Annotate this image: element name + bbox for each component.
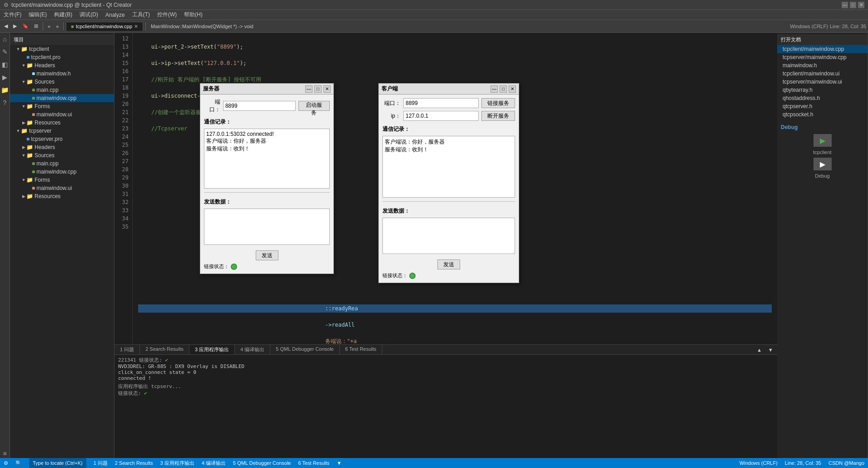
file-tab-close[interactable]: ✕ [134,24,138,30]
a4: ▼ [21,80,26,84]
toolbar-nav-forward[interactable]: » [54,23,61,30]
menu-file[interactable]: 文件(F) [0,10,25,20]
menu-debug[interactable]: 调试(D) [76,10,102,20]
left-icon-debug[interactable]: ▶ [1,73,8,82]
open-doc-4[interactable]: tcpclient/mainwindow.ui [777,70,868,78]
tree-tcpserver-mainwindow-ui[interactable]: ■ mainwindow.ui [10,184,114,192]
left-icon-proj[interactable]: 📁 [0,85,10,95]
open-doc-8[interactable]: qtcpserver.h [777,102,868,110]
tree-tcpclient-resources[interactable]: ▶ 📁 Resources [10,119,114,127]
open-doc-7-label: qhostaddress.h [783,95,820,101]
tree-tcpserver-forms-label: Forms [35,177,50,183]
status-app-out[interactable]: 3 应用程序输出 [160,460,194,467]
server-start-btn[interactable]: 启动服务 [298,101,330,111]
toolbar-sep2 [63,22,64,30]
debug-run-btn[interactable]: ▶ [813,134,832,147]
a9: ▶ [21,120,26,125]
status-watermark: CSDN @Mango [828,460,864,466]
status-search-text[interactable]: Type to locate (Ctrl+K) [29,458,86,468]
status-qml-debug[interactable]: 5 QML Debugger Console [233,460,291,466]
tree-tcpserver-sources[interactable]: ▼ 📁 Sources [10,151,114,159]
maximize-button[interactable]: □ [850,2,856,8]
client-send-btn[interactable]: 发送 [437,259,460,269]
tree-tcpserver[interactable]: ▼ 📁 tcpserver [10,127,114,135]
client-connect-btn[interactable]: 链接服务 [481,98,515,108]
toolbar-bookmark[interactable]: 🔖 [20,22,31,30]
menu-build[interactable]: 构建(B) [50,10,76,20]
client-port-input[interactable] [403,98,479,108]
close-button[interactable]: ✕ [858,2,864,8]
open-doc-2[interactable]: tcpserver/mainwindow.cpp [777,53,868,61]
menu-help[interactable]: 帮助(H) [180,10,206,20]
server-minimize[interactable]: — [305,85,312,93]
tree-tcpclient-pro[interactable]: ■ tcpclient.pro [10,53,114,61]
bottom-tab-compile[interactable]: 4 编译输出 [235,345,270,354]
bottom-tab-problems[interactable]: 1 问题 [114,345,140,354]
menu-edit[interactable]: 编辑(E) [25,10,50,20]
server-close[interactable]: ✕ [323,85,331,93]
tree-tcpclient-h-icon: ■ [32,70,35,77]
tree-tcpclient-sources[interactable]: ▼ 📁 Sources [10,78,114,86]
tree-tcpclient-forms[interactable]: ▼ 📁 Forms [10,102,114,110]
tree-tcpserver-pro[interactable]: ■ tcpserver.pro [10,135,114,143]
server-maximize[interactable]: □ [314,85,322,93]
open-doc-5[interactable]: tcpserver/mainwindow.ui [777,78,868,86]
left-icon-edit[interactable]: ✎ [1,47,9,56]
tree-tcpserver-headers[interactable]: ▶ 📁 Headers [10,143,114,151]
left-icon-help[interactable]: ? [2,98,8,107]
status-search-res[interactable]: 2 Search Results [115,460,153,466]
open-doc-1[interactable]: tcpclient/mainwindow.cpp [777,45,868,53]
client-close[interactable]: ✕ [509,85,516,93]
bottom-panel-up[interactable]: ▲ [754,346,764,353]
menu-analyze[interactable]: Analyze [102,11,129,19]
tree-tcpclient-headers[interactable]: ▼ 📁 Headers [10,61,114,70]
status-issues[interactable]: 1 问题 [94,460,108,467]
bottom-panel-down[interactable]: ▼ [766,346,775,353]
toolbar-back[interactable]: ◀ [2,22,10,30]
bottom-tab-search[interactable]: 2 Search Results [140,345,189,354]
left-icon-welcome[interactable]: ⌂ [2,35,7,44]
tree-tcpserver-main-cpp[interactable]: ■ main.cpp [10,159,114,168]
client-maximize[interactable]: □ [500,85,507,93]
toolbar-nav-back[interactable]: « [45,23,53,30]
minimize-button[interactable]: — [842,2,848,8]
bottom-tab-qml[interactable]: 5 QML Debugger Console [270,345,339,354]
open-doc-9[interactable]: qtcpsocket.h [777,110,868,119]
tree-tcpclient[interactable]: ▼ 📁 tcpclient [10,45,114,53]
client-disconnect-btn[interactable]: 断开服务 [481,111,515,121]
tree-tcpserver-forms[interactable]: ▼ 📁 Forms [10,176,114,184]
bottom-tab-appout[interactable]: 3 应用程序输出 [189,345,235,354]
left-icon-output[interactable]: ≡ [2,449,7,458]
left-icon-design[interactable]: ◧ [1,60,9,69]
b1: ▼ [15,129,21,133]
client-ip-input[interactable] [403,111,479,121]
server-send-btn[interactable]: 发送 [256,250,278,260]
open-doc-7[interactable]: qhostaddress.h [777,94,868,102]
project-panel: 项目 ▼ 📁 tcpclient ■ tcpclient.pro ▼ 📁 Hea… [10,33,114,458]
status-compile-out[interactable]: 4 编译输出 [202,460,226,467]
tree-tcpclient-mainwindow-h[interactable]: ■ mainwindow.h [10,70,114,78]
debug-run-server-btn[interactable]: ▶ [813,158,832,170]
server-port-input[interactable] [223,101,296,111]
menu-tools[interactable]: 工具(T) [129,10,154,20]
b7: ▼ [21,178,26,182]
client-send-area[interactable] [382,218,515,254]
status-test[interactable]: 6 Test Results [298,460,329,466]
tree-tcpserver-mainwindow-cpp[interactable]: ■ mainwindow.cpp [10,168,114,176]
toolbar-forward[interactable]: ▶ [11,22,19,30]
tree-tcpclient-mainwindow-ui[interactable]: ■ mainwindow.ui [10,110,114,119]
server-send-area[interactable] [204,209,330,245]
file-tab-active[interactable]: ■ tcpclient/mainwindow.cpp ✕ [66,22,143,31]
tree-tcpclient-mainwindow-cpp[interactable]: ■ mainwindow.cpp [10,94,114,102]
open-doc-6[interactable]: qbytearray.h [777,86,868,94]
toolbar-split[interactable]: ⊞ [32,22,40,30]
bottom-tab-test[interactable]: 6 Test Results [340,345,382,354]
client-status-label: 链接状态： [382,272,407,279]
server-send-label: 发送数据： [204,198,330,206]
tree-tcpclient-main-cpp[interactable]: ■ main.cpp [10,86,114,94]
bottom-log-line1: 221341 链接状态: ✔ [118,357,774,363]
open-doc-3[interactable]: mainwindow.h [777,61,868,70]
menu-controls[interactable]: 控件(W) [154,10,180,20]
client-minimize[interactable]: — [491,85,498,93]
tree-tcpserver-resources[interactable]: ▶ 📁 Resources [10,192,114,200]
